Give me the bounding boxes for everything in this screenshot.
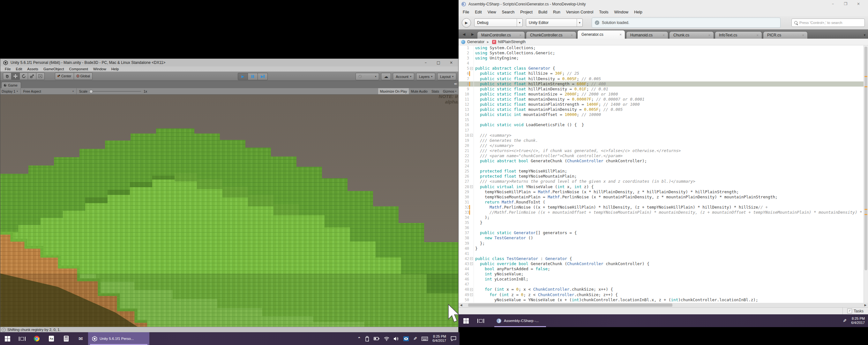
code-line-23[interactable]: 23public abstract bool GenerateChunk (Ch… [459,159,864,164]
code-line-4[interactable]: 4 [459,61,864,66]
layers-dropdown[interactable]: Layers▾ [416,73,435,80]
unity-close-button[interactable]: × [445,59,458,66]
breadcrumb-class[interactable]: Generator [467,39,485,44]
menu-item-gameobject[interactable]: GameObject [41,67,67,71]
pen-input-icon[interactable]: ✎ [843,318,847,323]
scale-slider[interactable]: Scale 1x [78,88,148,94]
code-line-17[interactable]: 17 [459,128,864,133]
volume-icon[interactable] [394,337,399,341]
right-clock[interactable]: 8:25 PM 6/4/2017 [851,317,865,325]
fold-collapse-icon[interactable]: – [470,185,473,188]
right-task-view-button[interactable] [473,314,488,327]
code-line-8[interactable]: 8public static float hillPlainStrength =… [459,82,864,87]
code-line-30[interactable]: 30tempYNoiseMountainPlain = Mathf.Perlin… [459,195,864,200]
mail-taskbar-button[interactable]: ✉ [73,332,88,345]
document-tab-generator.cs[interactable]: Generator.cs× [577,30,625,39]
code-line-15[interactable]: 15 [459,117,864,122]
usb-device-icon[interactable] [365,336,369,342]
game-viewport[interactable]: NOTE: in alpha! [0,94,458,327]
wifi-icon[interactable] [384,337,389,341]
tab-close-icon[interactable]: × [516,33,525,37]
fold-margin[interactable]: – [469,287,474,292]
vertical-scrollbar-thumb[interactable] [865,47,867,270]
code-line-22[interactable]: 22/// <param name="chunkController">Chun… [459,153,864,159]
document-tab-humanoid.cs[interactable]: Humanoid.cs× [626,31,668,39]
code-line-26[interactable]: 26protected float tempYNoiseMountainPlai… [459,174,864,179]
code-line-18[interactable]: 18–/// <summary> [459,133,864,138]
code-line-44[interactable]: 44bool anyPartsAdded = false; [459,266,864,271]
menu-item-build[interactable]: Build [535,10,550,15]
code-line-9[interactable]: 9public static float hillPlainDensity = … [459,87,864,92]
menu-item-file[interactable]: File [2,67,13,71]
code-line-12[interactable]: 12public static float mountainPlainStren… [459,102,864,107]
action-center-icon[interactable] [451,336,456,341]
code-line-1[interactable]: 1using System.Collections; [459,46,864,51]
code-line-16[interactable]: 16public static void LoadGeneticsFile ()… [459,122,864,127]
code-line-7[interactable]: 7public static float hillDensity = 0.005… [459,76,864,82]
code-line-25[interactable]: 25protected float tempYNoiseHillPlain; [459,169,864,174]
code-line-50[interactable]: 50yNoiseValue = YNoiseValue (x + (int)ch… [459,297,864,303]
menu-item-edit[interactable]: Edit [13,67,25,71]
code-line-34[interactable]: 34); [459,215,864,220]
start-button[interactable] [0,332,15,345]
menu-item-search[interactable]: Search [499,10,518,15]
code-line-10[interactable]: 10public static float mountainSize = 200… [459,92,864,97]
code-line-28[interactable]: 28–public virtual int YNoiseValue (int x… [459,184,864,190]
eye-tracking-icon[interactable] [403,336,409,341]
tab-close-icon[interactable]: × [799,33,807,37]
collab-dropdown[interactable]: ✓Collab▾ [355,73,379,80]
horizontal-scrollbar-thumb[interactable] [468,304,672,307]
pause-button[interactable] [248,73,258,80]
menu-item-run[interactable]: Run [550,10,563,15]
unity-title-bar[interactable]: Unity 5.6.1f1 Personal (64bit) - Main.un… [0,59,458,66]
hidden-icons-chevron[interactable]: ⌃ [358,336,361,341]
gizmos-dropdown[interactable]: Gizmos▾ [441,88,458,94]
code-line-39[interactable]: 39}; [459,241,864,246]
md-minimize-button[interactable]: – [827,0,839,8]
code-line-19[interactable]: 19/// Generates the chunk. [459,138,864,143]
global-search-input[interactable]: Press 'Control+,' to search [792,19,865,27]
code-line-13[interactable]: 13public static float mountainPlainDensi… [459,107,864,112]
code-line-32[interactable]: 32Mathf.PerlinNoise ((x + tempYNoiseHill… [459,205,864,210]
chrome-taskbar-button[interactable] [29,332,44,345]
hscroll-right-arrow[interactable]: ▶ [863,304,868,307]
nav-back-button[interactable]: ◀ [460,31,468,38]
code-line-42[interactable]: 42–public class TestGenerator : Generato… [459,256,864,261]
run-target-select[interactable]: Unity Editor▼ [526,19,583,27]
code-line-31[interactable]: 31return Mathf.RoundToInt ( [459,200,864,205]
scale-slider-knob[interactable] [89,90,93,93]
menu-item-assets[interactable]: Assets [25,67,41,71]
right-start-button[interactable] [459,314,473,327]
aspect-dropdown[interactable]: Free Aspect▾ [22,88,75,94]
document-tab-picr.cs[interactable]: PICR.cs× [763,31,808,39]
fold-collapse-icon[interactable]: – [470,257,473,260]
hand-tool-button[interactable] [3,73,11,80]
calculator-taskbar-button[interactable] [59,332,73,345]
fold-collapse-icon[interactable]: – [470,67,473,70]
fold-margin[interactable]: – [469,256,474,261]
menu-item-project[interactable]: Project [517,10,535,15]
menu-item-file[interactable]: File [460,10,472,15]
mute-audio-toggle[interactable]: Mute Audio [409,88,430,94]
space-toggle-button[interactable]: Global [74,73,93,80]
code-line-5[interactable]: 5–public abstract class Generator { [459,66,864,71]
document-tab-maincontroller.cs[interactable]: MainController.cs× [477,31,525,39]
fold-margin[interactable]: – [469,184,474,190]
tab-close-icon[interactable]: × [705,33,714,37]
code-line-29[interactable]: 29tempYNoiseHillPlain = Mathf.PerlinNois… [459,190,864,195]
cloud-button[interactable]: ☁ [381,73,391,80]
unity-taskbar-task[interactable]: Unity 5.6.1f1 Perso... [88,332,149,345]
menu-item-window[interactable]: Window [611,10,631,15]
tab-close-icon[interactable]: × [753,33,762,37]
menu-item-tools[interactable]: Tools [596,10,611,15]
code-line-11[interactable]: 11public static float mountainDensity = … [459,97,864,102]
tasks-pad-tab[interactable]: ✓ Tasks [842,308,868,314]
rect-tool-button[interactable] [36,73,45,80]
code-line-20[interactable]: 20/// </summary> [459,143,864,148]
code-line-47[interactable]: 47 [459,282,864,287]
horizontal-scrollbar[interactable]: ◀ ▶ [459,303,868,307]
fold-collapse-icon[interactable]: – [470,134,473,137]
pen-input-icon[interactable]: ✎ [413,336,417,341]
document-tab-chunk.cs[interactable]: Chunk.cs× [669,31,714,39]
dictionary-taskbar-button[interactable]: Aa [44,332,59,345]
